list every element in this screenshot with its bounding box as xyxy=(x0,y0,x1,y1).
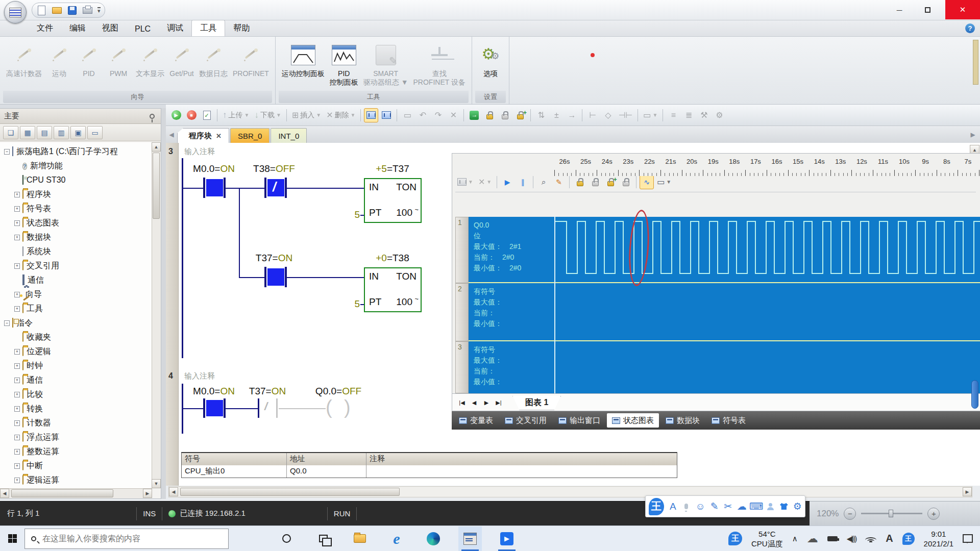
table-view-button[interactable]: ▦ xyxy=(20,126,35,139)
chart-pause-button[interactable]: ∥ xyxy=(516,175,530,189)
first-sheet-icon[interactable]: |◀ xyxy=(456,397,468,409)
expander-icon[interactable]: + xyxy=(14,192,20,197)
dock-tab-输出窗口[interactable]: 输出窗口 xyxy=(553,413,605,428)
expander-icon[interactable]: + xyxy=(14,378,20,383)
ime-icon[interactable]: 王 xyxy=(902,533,915,545)
stop-button[interactable]: ■ xyxy=(184,108,199,122)
contact-t37[interactable] xyxy=(267,268,284,286)
cloud-icon[interactable]: ☁ xyxy=(807,532,818,545)
hidden-icons-chevron[interactable]: ∧ xyxy=(792,534,798,543)
taskbar-app-media-player[interactable]: ▶ xyxy=(495,527,519,551)
tree-item-时钟[interactable]: +时钟 xyxy=(0,359,152,373)
tab-程序块[interactable]: 程序块✕ xyxy=(177,128,229,143)
ime-logo-icon[interactable]: 王 xyxy=(649,498,664,515)
expander-icon[interactable]: + xyxy=(14,220,20,226)
tree-item-系统块[interactable]: 系统块 xyxy=(0,244,152,259)
force-all-button[interactable] xyxy=(603,175,618,189)
expander-icon[interactable]: + xyxy=(14,349,20,355)
scroll-left-icon[interactable]: ◀ xyxy=(169,487,178,496)
scroll-left-icon[interactable]: ◀ xyxy=(0,489,9,498)
close-button[interactable]: ✕ xyxy=(945,0,980,19)
taskbar-app-file-explorer[interactable] xyxy=(348,527,372,551)
ime-emoji-icon[interactable]: ☺ xyxy=(695,501,705,512)
last-sheet-icon[interactable]: ▶| xyxy=(493,397,504,409)
col-comment[interactable]: 注释 xyxy=(366,453,677,465)
clock[interactable]: 9:012021/2/1 xyxy=(924,529,953,548)
expander-icon[interactable]: + xyxy=(14,235,20,240)
expander-icon[interactable]: + xyxy=(14,292,20,297)
compile-button[interactable]: ✓ xyxy=(200,108,214,122)
tree-item-新增功能[interactable]: ?新增功能 xyxy=(0,159,152,173)
tree-item-交叉引用[interactable]: +交叉引用 xyxy=(0,259,152,273)
help-icon[interactable]: ? xyxy=(965,23,975,33)
ime-handwriting-icon[interactable]: ✎ xyxy=(710,500,719,512)
tree-item-通信[interactable]: +通信 xyxy=(0,373,152,387)
row-number[interactable]: 1 xyxy=(455,217,469,283)
force-all-button[interactable] xyxy=(513,108,527,122)
tree-item-中断[interactable]: +中断 xyxy=(0,459,152,473)
force-button[interactable] xyxy=(482,108,497,122)
tree-item-CPU ST30[interactable]: CPU ST30 xyxy=(0,173,152,187)
expander-icon[interactable]: + xyxy=(14,363,20,369)
next-sheet-icon[interactable]: ▶ xyxy=(481,397,492,409)
ime-cloud-icon[interactable]: ☁ xyxy=(737,500,747,512)
zoom-in-button[interactable]: + xyxy=(927,508,940,520)
scroll-right-icon[interactable]: ▶ xyxy=(143,489,152,498)
ime-tray-badge[interactable]: 王 xyxy=(728,532,742,545)
col-symbol[interactable]: 符号 xyxy=(182,453,287,465)
timer-box-t37[interactable]: IN TON PT 100 ~ xyxy=(364,178,422,223)
contact-m0.0[interactable] xyxy=(206,179,223,196)
start-button[interactable] xyxy=(0,527,24,551)
menu-视图[interactable]: 视图 xyxy=(94,20,127,36)
tree-item-转换[interactable]: +转换 xyxy=(0,402,152,416)
expander-icon[interactable]: − xyxy=(4,149,10,155)
ime-mode-icon[interactable]: A xyxy=(886,533,893,544)
tree-item-整数运算[interactable]: +整数运算 xyxy=(0,444,152,459)
tree-item-逻辑运算[interactable]: +逻辑运算 xyxy=(0,473,152,487)
network-comment[interactable]: 输入注释 xyxy=(184,147,215,157)
search-input[interactable] xyxy=(41,534,210,544)
pin-icon[interactable] xyxy=(150,114,155,119)
tree-item-数据块[interactable]: +数据块 xyxy=(0,230,152,244)
scroll-down-icon[interactable]: ▼ xyxy=(152,479,161,488)
tab-scroll-left-icon[interactable]: ◀ xyxy=(167,130,176,140)
menu-帮助[interactable]: 帮助 xyxy=(225,20,258,36)
taskbar-app-internet-explorer[interactable]: e xyxy=(385,527,408,551)
ime-mic-icon[interactable] xyxy=(682,504,691,509)
taskbar-app-step7-microwin[interactable] xyxy=(458,527,482,551)
pou-protect-button[interactable]: → xyxy=(467,108,481,122)
unforce-all-button[interactable] xyxy=(619,175,633,189)
network-comment[interactable]: 输入注释 xyxy=(184,371,215,381)
tree-item-向导[interactable]: +向导 xyxy=(0,287,152,302)
chart-start-button[interactable]: ▶ xyxy=(500,175,514,189)
row-legend-empty-2[interactable]: 有符号最大值：当前：最小值： xyxy=(469,283,554,341)
tree-item-位逻辑[interactable]: +位逻辑 xyxy=(0,344,152,359)
trend-view-button[interactable]: ∿ xyxy=(640,175,654,189)
row-legend-Q0.0[interactable]: Q0.0位最大值：2#1当前：2#0最小值：2#0 xyxy=(469,217,554,283)
contact-m0.0[interactable] xyxy=(206,400,223,416)
scroll-thumb[interactable] xyxy=(11,489,113,497)
block-view-button[interactable]: ▤ xyxy=(37,126,52,139)
zoom-slider-thumb[interactable] xyxy=(889,510,893,517)
symbol-table-row[interactable]: CPU_输出0 Q0.0 xyxy=(182,465,677,478)
quick-access-more-icon[interactable]: ▾ xyxy=(97,7,101,13)
coil-q0.0[interactable]: ) xyxy=(344,397,351,417)
tree-item-浮点运算[interactable]: +浮点运算 xyxy=(0,430,152,444)
chart-view-button[interactable]: ▣ xyxy=(70,126,86,139)
taskbar-app-edge[interactable] xyxy=(422,527,445,551)
taskbar-search[interactable] xyxy=(24,529,229,549)
ime-keyboard-icon[interactable]: ⌨ xyxy=(751,500,762,512)
tree-item-收藏夹[interactable]: 收藏夹 xyxy=(0,330,152,344)
expander-icon[interactable]: + xyxy=(14,449,20,455)
comm-view-button[interactable]: ▭ xyxy=(87,126,103,139)
scroll-up-icon[interactable]: ▲ xyxy=(152,142,161,152)
notification-icon[interactable] xyxy=(963,534,973,543)
expander-icon[interactable]: + xyxy=(14,406,20,412)
tree-item-工具[interactable]: +工具 xyxy=(0,302,152,316)
program-status-button[interactable] xyxy=(364,108,378,122)
tree-item-通信[interactable]: 通信 xyxy=(0,273,152,287)
dock-tab-状态图表[interactable]: 状态图表 xyxy=(607,413,659,428)
ime-skin-icon[interactable] xyxy=(779,503,788,510)
volume-icon[interactable]: ◀))) xyxy=(847,534,856,543)
tab-scroll-right-icon[interactable]: ▶ xyxy=(969,130,977,140)
